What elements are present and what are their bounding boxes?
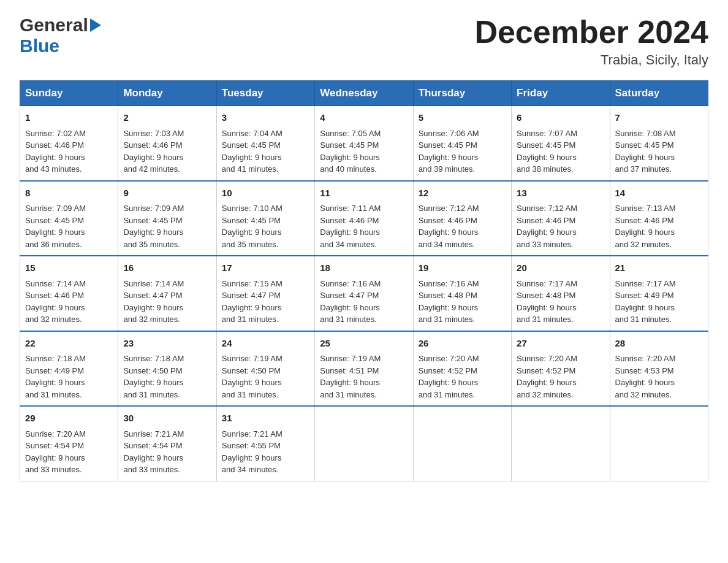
minutes-text: and 37 minutes. xyxy=(615,164,672,174)
day-info: Sunrise: 7:18 AMSunset: 4:50 PMDaylight:… xyxy=(123,353,211,400)
day-number: 16 xyxy=(123,261,211,275)
day-info: Sunrise: 7:17 AMSunset: 4:48 PMDaylight:… xyxy=(517,278,604,326)
day-number: 4 xyxy=(320,111,408,125)
sunset-text: Sunset: 4:54 PM xyxy=(123,441,182,450)
sunrise-text: Sunrise: 7:17 AM xyxy=(615,279,676,288)
day-number: 19 xyxy=(419,261,506,275)
minutes-text: and 42 minutes. xyxy=(123,164,180,174)
day-info: Sunrise: 7:15 AMSunset: 4:47 PMDaylight:… xyxy=(222,278,309,326)
sunrise-text: Sunrise: 7:11 AM xyxy=(320,204,381,213)
sunset-text: Sunset: 4:50 PM xyxy=(222,366,281,375)
day-info: Sunrise: 7:04 AMSunset: 4:45 PMDaylight:… xyxy=(222,128,309,175)
daylight-text: Daylight: 9 hours xyxy=(517,228,577,237)
day-info: Sunrise: 7:10 AMSunset: 4:45 PMDaylight:… xyxy=(222,202,309,250)
day-info: Sunrise: 7:05 AMSunset: 4:45 PMDaylight:… xyxy=(320,128,408,175)
sunrise-text: Sunrise: 7:18 AM xyxy=(123,354,184,363)
daylight-text: Daylight: 9 hours xyxy=(123,303,183,312)
day-number: 22 xyxy=(25,337,113,351)
daylight-text: Daylight: 9 hours xyxy=(419,153,479,162)
sunrise-text: Sunrise: 7:21 AM xyxy=(123,429,184,439)
daylight-text: Daylight: 9 hours xyxy=(419,378,479,387)
day-info: Sunrise: 7:17 AMSunset: 4:49 PMDaylight:… xyxy=(615,278,703,326)
day-number: 26 xyxy=(419,337,506,351)
daylight-text: Daylight: 9 hours xyxy=(222,303,282,312)
sunrise-text: Sunrise: 7:04 AM xyxy=(222,129,282,138)
column-header-wednesday: Wednesday xyxy=(315,81,413,106)
sunset-text: Sunset: 4:53 PM xyxy=(615,366,674,375)
minutes-text: and 31 minutes. xyxy=(123,390,180,399)
minutes-text: and 31 minutes. xyxy=(320,390,377,399)
calendar-day-cell: 14Sunrise: 7:13 AMSunset: 4:46 PMDayligh… xyxy=(610,181,708,256)
sunrise-text: Sunrise: 7:19 AM xyxy=(222,354,282,363)
day-number: 31 xyxy=(222,412,309,426)
minutes-text: and 31 minutes. xyxy=(320,315,377,324)
sunset-text: Sunset: 4:45 PM xyxy=(123,216,182,225)
minutes-text: and 38 minutes. xyxy=(517,164,574,174)
day-number: 15 xyxy=(25,261,113,275)
sunset-text: Sunset: 4:45 PM xyxy=(517,140,575,150)
minutes-text: and 31 minutes. xyxy=(615,315,672,324)
sunrise-text: Sunrise: 7:13 AM xyxy=(615,204,676,213)
daylight-text: Daylight: 9 hours xyxy=(615,228,675,237)
calendar-day-cell: 2Sunrise: 7:03 AMSunset: 4:46 PMDaylight… xyxy=(118,106,216,181)
minutes-text: and 32 minutes. xyxy=(25,315,82,324)
sunrise-text: Sunrise: 7:12 AM xyxy=(517,204,577,213)
day-number: 8 xyxy=(25,186,113,201)
sunrise-text: Sunrise: 7:20 AM xyxy=(25,429,86,439)
calendar-day-cell: 7Sunrise: 7:08 AMSunset: 4:45 PMDaylight… xyxy=(610,106,708,181)
calendar-week-row: 8Sunrise: 7:09 AMSunset: 4:45 PMDaylight… xyxy=(20,181,708,256)
column-header-sunday: Sunday xyxy=(20,81,118,106)
calendar-day-cell: 15Sunrise: 7:14 AMSunset: 4:46 PMDayligh… xyxy=(20,256,118,331)
day-info: Sunrise: 7:21 AMSunset: 4:55 PMDaylight:… xyxy=(222,428,309,476)
calendar-day-cell: 17Sunrise: 7:15 AMSunset: 4:47 PMDayligh… xyxy=(216,256,314,331)
day-number: 18 xyxy=(320,261,408,275)
sunset-text: Sunset: 4:51 PM xyxy=(320,366,379,375)
day-info: Sunrise: 7:06 AMSunset: 4:45 PMDaylight:… xyxy=(419,128,506,175)
day-info: Sunrise: 7:07 AMSunset: 4:45 PMDaylight:… xyxy=(517,128,604,175)
minutes-text: and 34 minutes. xyxy=(320,240,377,249)
minutes-text: and 31 minutes. xyxy=(419,315,476,324)
day-info: Sunrise: 7:11 AMSunset: 4:46 PMDaylight:… xyxy=(320,202,408,250)
day-number: 28 xyxy=(615,337,703,351)
daylight-text: Daylight: 9 hours xyxy=(615,153,675,162)
calendar-day-cell: 6Sunrise: 7:07 AMSunset: 4:45 PMDaylight… xyxy=(512,106,610,181)
daylight-text: Daylight: 9 hours xyxy=(517,303,577,312)
sunset-text: Sunset: 4:45 PM xyxy=(320,140,379,150)
calendar-day-cell: 13Sunrise: 7:12 AMSunset: 4:46 PMDayligh… xyxy=(512,181,610,256)
sunset-text: Sunset: 4:45 PM xyxy=(615,140,674,150)
daylight-text: Daylight: 9 hours xyxy=(123,228,183,237)
calendar-day-cell: 11Sunrise: 7:11 AMSunset: 4:46 PMDayligh… xyxy=(315,181,413,256)
sunrise-text: Sunrise: 7:12 AM xyxy=(419,204,479,213)
location: Trabia, Sicily, Italy xyxy=(474,52,708,68)
day-number: 7 xyxy=(615,111,703,125)
day-info: Sunrise: 7:14 AMSunset: 4:46 PMDaylight:… xyxy=(25,278,113,326)
daylight-text: Daylight: 9 hours xyxy=(320,378,380,387)
sunset-text: Sunset: 4:46 PM xyxy=(615,216,674,225)
day-number: 5 xyxy=(419,111,506,125)
daylight-text: Daylight: 9 hours xyxy=(123,153,183,162)
day-info: Sunrise: 7:14 AMSunset: 4:47 PMDaylight:… xyxy=(123,278,211,326)
day-info: Sunrise: 7:09 AMSunset: 4:45 PMDaylight:… xyxy=(25,202,113,250)
sunrise-text: Sunrise: 7:02 AM xyxy=(25,129,86,138)
day-number: 12 xyxy=(419,186,506,201)
day-info: Sunrise: 7:20 AMSunset: 4:52 PMDaylight:… xyxy=(517,353,604,400)
daylight-text: Daylight: 9 hours xyxy=(25,228,85,237)
minutes-text: and 31 minutes. xyxy=(222,390,279,399)
sunrise-text: Sunrise: 7:20 AM xyxy=(419,354,479,363)
calendar-day-cell: 18Sunrise: 7:16 AMSunset: 4:47 PMDayligh… xyxy=(315,256,413,331)
day-number: 27 xyxy=(517,337,604,351)
column-header-monday: Monday xyxy=(118,81,216,106)
day-number: 14 xyxy=(615,186,703,201)
calendar-day-cell: 5Sunrise: 7:06 AMSunset: 4:45 PMDaylight… xyxy=(413,106,511,181)
day-number: 1 xyxy=(25,111,113,125)
minutes-text: and 31 minutes. xyxy=(419,390,476,399)
day-info: Sunrise: 7:19 AMSunset: 4:51 PMDaylight:… xyxy=(320,353,408,400)
daylight-text: Daylight: 9 hours xyxy=(419,303,479,312)
day-info: Sunrise: 7:20 AMSunset: 4:54 PMDaylight:… xyxy=(25,428,113,476)
sunrise-text: Sunrise: 7:10 AM xyxy=(222,204,282,213)
minutes-text: and 41 minutes. xyxy=(222,164,279,174)
daylight-text: Daylight: 9 hours xyxy=(123,453,183,462)
calendar-week-row: 15Sunrise: 7:14 AMSunset: 4:46 PMDayligh… xyxy=(20,256,708,331)
calendar-day-cell: 1Sunrise: 7:02 AMSunset: 4:46 PMDaylight… xyxy=(20,106,118,181)
daylight-text: Daylight: 9 hours xyxy=(419,228,479,237)
